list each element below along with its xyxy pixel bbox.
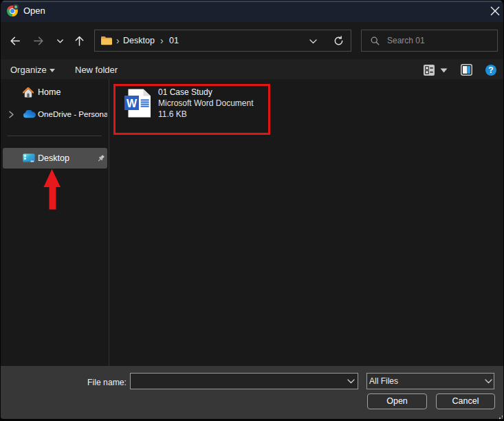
svg-text:W: W <box>127 98 138 109</box>
